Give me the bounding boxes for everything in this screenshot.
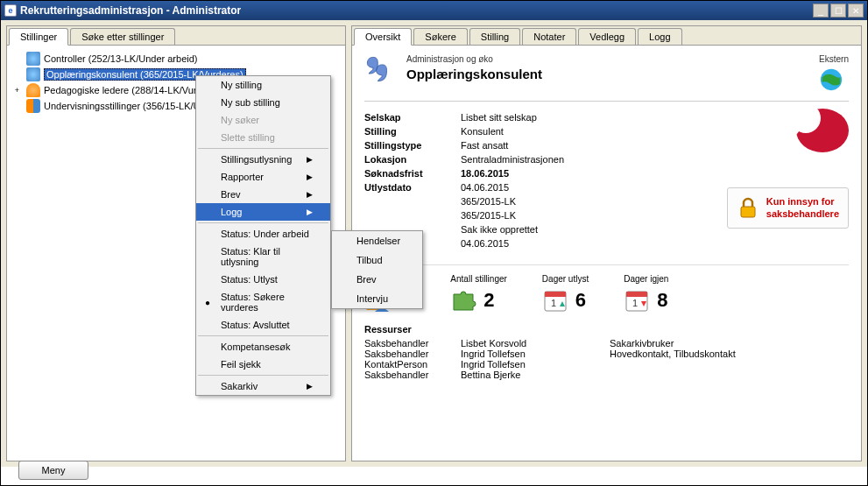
stat-label: Antall stillinger (450, 274, 506, 284)
menu-item[interactable]: Brev▶ (196, 186, 330, 203)
submenu-item[interactable]: Brev (332, 270, 422, 289)
info-value: 365/2015-LK (461, 196, 709, 207)
restricted-line1: Kun innsyn for (766, 195, 839, 208)
menu-item: Ny søker (196, 111, 330, 129)
maximize-button[interactable]: ☐ (830, 4, 846, 18)
chevron-right-icon: ▶ (307, 382, 313, 391)
paragraph-icon (364, 54, 394, 84)
chevron-right-icon: ▶ (307, 190, 313, 199)
globe-icon (819, 67, 843, 92)
info-value: Lisbet sitt selskap (461, 112, 709, 123)
info-value: Sak ikke opprettet (461, 224, 709, 235)
window-title: Rekrutteringsadministrasjon - Administra… (20, 4, 813, 17)
menu-item[interactable]: Sakarkiv▶ (196, 377, 330, 395)
stat-label: Dager igjen (624, 274, 668, 284)
info-row: StillingKonsulent (364, 126, 709, 137)
info-value: 18.06.2015 (461, 168, 709, 179)
resource-name: Ingrid Tollefsen (461, 359, 610, 370)
info-value: 365/2015-LK (461, 210, 709, 221)
resource-name: Ingrid Tollefsen (461, 349, 610, 359)
paragraph-icon (26, 67, 40, 81)
tab-notater[interactable]: Notater (522, 28, 576, 45)
meny-button[interactable]: Meny (18, 461, 88, 480)
ekstern-label: Ekstern (819, 54, 849, 64)
restricted-badge: Kun innsyn for saksbehandlere (727, 187, 849, 229)
resource-role: Saksbehandler (364, 370, 461, 380)
stat-block: Antall stillinger2 (450, 274, 506, 313)
tree-item-controller[interactable]: Controller (252/13-LK/Under arbeid) (26, 51, 340, 67)
resource-row: SaksbehandlerLisbet KorsvoldSakarkivbruk… (364, 338, 849, 349)
resource-row: SaksbehandlerBettina Bjerke (364, 370, 849, 380)
menu-item[interactable]: Rapporter▶ (196, 168, 330, 186)
breadcrumb: Administrasjon og øko (406, 54, 819, 64)
submenu-item[interactable]: Hendelser (332, 231, 422, 250)
tab-sokere[interactable]: Søkere (413, 28, 467, 45)
person-icon (26, 83, 40, 97)
menu-item[interactable]: Stillingsutlysning▶ (196, 151, 330, 168)
stat-value: 2 (483, 289, 494, 312)
menu-item[interactable]: Ny stilling (196, 76, 330, 94)
tree-item-label: Controller (252/13-LK/Under arbeid) (44, 53, 197, 64)
tab-logg[interactable]: Logg (638, 28, 681, 45)
resources-title: Ressurser (364, 324, 849, 335)
tab-soke-etter-stillinger[interactable]: Søke etter stillinger (70, 28, 175, 45)
paragraph-icon (26, 52, 40, 66)
menu-item[interactable]: Feil sjekk (196, 356, 330, 373)
resource-extra: Sakarkivbruker (610, 338, 674, 349)
left-tabs: Stillinger Søke etter stillinger (7, 26, 345, 46)
menu-item[interactable]: Status: Avsluttet (196, 316, 330, 334)
page-title: Opplæringskonsulent (406, 67, 819, 81)
close-button[interactable]: ✕ (848, 4, 864, 18)
menu-item[interactable]: Kompetansesøk (196, 338, 330, 356)
menu-item: Slette stilling (196, 129, 330, 146)
logg-submenu: HendelserTilbudBrevIntervju (331, 230, 423, 309)
resource-extra: Hovedkontakt, Tilbudskontakt (610, 349, 736, 359)
expand-icon[interactable]: + (12, 86, 22, 95)
submenu-item[interactable]: Intervju (332, 289, 422, 308)
svg-text:1: 1 (632, 298, 638, 308)
info-label: Lokasjon (364, 154, 461, 165)
menu-item[interactable]: Ny sub stilling (196, 94, 330, 111)
info-row: 365/2015-LK (364, 196, 709, 207)
info-label (364, 210, 461, 221)
menu-item[interactable]: Status: Klar til utlysning (196, 243, 330, 271)
info-value: Konsulent (461, 126, 709, 137)
info-row: Utlystdato04.06.2015 (364, 182, 709, 193)
info-value: Sentraladministrasjonen (461, 154, 709, 165)
group-icon (26, 99, 40, 113)
resources-list: SaksbehandlerLisbet KorsvoldSakarkivbruk… (364, 338, 849, 380)
svg-rect-8 (626, 292, 647, 297)
left-panel: Stillinger Søke etter stillinger Control… (6, 25, 346, 461)
resource-role: KontaktPerson (364, 359, 461, 370)
menu-item[interactable]: Logg▶ (196, 203, 330, 221)
stat-value: 8 (657, 289, 667, 312)
menu-item[interactable]: Status: Under arbeid (196, 225, 330, 243)
menu-item[interactable]: Status: Utlyst (196, 271, 330, 288)
tab-stillinger[interactable]: Stillinger (9, 28, 68, 46)
tab-vedlegg[interactable]: Vedlegg (578, 28, 636, 45)
tree-view: Controller (252/13-LK/Under arbeid) Oppl… (7, 46, 345, 461)
context-menu: Ny stillingNy sub stillingNy søkerSlette… (195, 75, 331, 396)
tab-stilling[interactable]: Stilling (469, 28, 520, 45)
minimize-button[interactable]: _ (813, 4, 829, 18)
svg-rect-5 (545, 292, 566, 297)
cal-up-icon: 1 (542, 287, 568, 313)
info-label: Søknadsfrist (364, 168, 461, 179)
stat-label: Dager utlyst (542, 274, 589, 284)
cal-down-icon: 1 (624, 287, 650, 313)
app-icon: e (4, 4, 17, 17)
info-value: Fast ansatt (461, 140, 709, 151)
info-label: Utlystdato (364, 182, 461, 193)
info-row: StillingstypeFast ansatt (364, 140, 709, 151)
menu-item[interactable]: ●Status: Søkere vurderes (196, 288, 330, 316)
tab-oversikt[interactable]: Oversikt (354, 28, 412, 46)
detail-pane: Administrasjon og øko Opplæringskonsulen… (352, 46, 861, 461)
resource-row: KontaktPersonIngrid Tollefsen (364, 359, 849, 370)
lock-icon (737, 196, 759, 219)
info-label: Stillingstype (364, 140, 461, 151)
info-row: Søknadsfrist18.06.2015 (364, 168, 709, 179)
resource-name: Lisbet Korsvold (461, 338, 610, 349)
info-label (364, 196, 461, 207)
submenu-item[interactable]: Tilbud (332, 250, 422, 270)
right-tabs: Oversikt Søkere Stilling Notater Vedlegg… (352, 26, 861, 46)
